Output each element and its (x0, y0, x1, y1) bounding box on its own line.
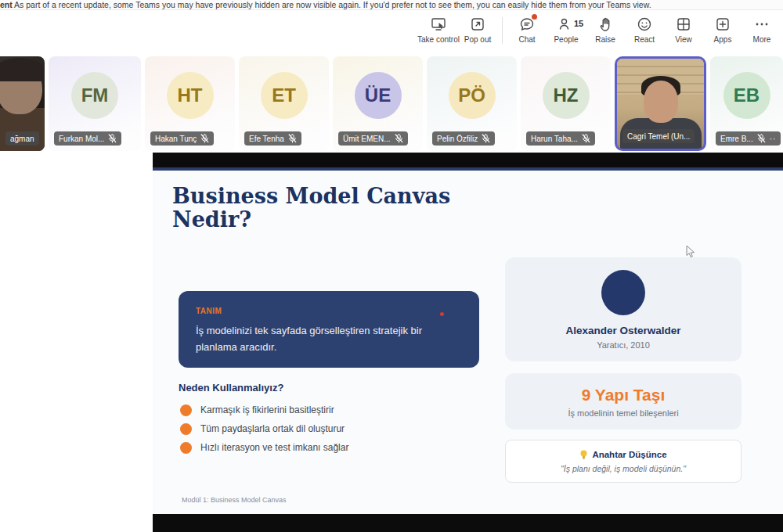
toolbar-label: People (554, 35, 578, 44)
mic-off-icon (200, 134, 209, 143)
participant-tile[interactable]: HZ Harun Taha... (521, 56, 611, 151)
participant-avatar: HZ (543, 72, 590, 119)
toolbar-label: Chat (518, 35, 535, 44)
definition-label: TANIM (196, 307, 462, 315)
more-button[interactable]: More (742, 16, 781, 44)
creator-subtitle: Yaratıcı, 2010 (597, 340, 650, 350)
mic-off-icon (108, 134, 117, 143)
definition-box: TANIM İş modelinizi tek sayfada görselle… (179, 291, 479, 368)
participant-name-pill: Ümit EMEN... (338, 131, 408, 146)
people-icon: 15 (557, 16, 575, 33)
view-icon (675, 16, 692, 33)
definition-text: İş modelinizi tek sayfada görselleştiren… (196, 322, 462, 356)
key-idea-label: Anahtar Düşünce (592, 450, 666, 459)
more-icon (753, 16, 770, 33)
participant-avatar: PÖ (449, 72, 496, 119)
apps-button[interactable]: Apps (703, 16, 742, 44)
creator-name: Alexander Osterwalder (565, 325, 680, 336)
teams-meeting-window: ent As part of a recent update, some Tea… (0, 0, 783, 532)
participant-avatar: EB (723, 72, 770, 119)
chat-notification-dot (532, 14, 537, 20)
building-blocks-title: 9 Yapı Taşı (582, 386, 666, 404)
why-bullet-list: Karmaşık iş fikirlerini basitleştirir Tü… (180, 401, 348, 457)
creator-avatar (601, 270, 645, 315)
toolbar-label: Pop out (464, 35, 491, 44)
presentation-slide: Business Model Canvas Nedir? TANIM İş mo… (153, 174, 783, 514)
bullet-text: Tüm paydaşlarla ortak dil oluşturur (200, 423, 345, 434)
participant-avatar: ÜE (355, 72, 402, 119)
participant-avatar: ET (261, 72, 308, 119)
participant-name-pill: Pelin Özfiliz (432, 131, 495, 146)
participant-name: Cagri Temel (Un... (627, 132, 690, 141)
chat-icon (518, 16, 536, 33)
toolbar-label: View (675, 35, 692, 44)
participant-name-pill: Hakan Tunç (150, 131, 214, 146)
participant-tile[interactable]: ÜE Ümit EMEN... (333, 56, 423, 151)
banner-message: As part of a recent update, some Teams y… (13, 0, 651, 9)
key-idea-title: Anahtar Düşünce (579, 450, 666, 460)
participant-video (644, 81, 678, 123)
laser-pointer-dot (440, 312, 444, 316)
shared-screen-bottom-bar (153, 514, 783, 532)
shared-screen-region[interactable]: Business Model Canvas Nedir? TANIM İş mo… (153, 153, 783, 532)
why-bullet-row: Karmaşık iş fikirlerini basitleştirir (180, 401, 348, 419)
participant-name-pill: Furkan Mol... (54, 131, 121, 146)
participant-tile[interactable]: PÖ Pelin Özfiliz (427, 56, 517, 151)
why-bullet-row: Tüm paydaşlarla ortak dil oluşturur (180, 419, 348, 438)
toolbar-label: Raise (595, 35, 615, 44)
key-idea-card: Anahtar Düşünce "İş planı değil, iş mode… (505, 440, 742, 483)
participant-tile[interactable]: EB Emre B... ·· (710, 56, 783, 151)
people-button[interactable]: 15 People (547, 16, 586, 44)
participant-name: Emre B... (720, 135, 753, 143)
participant-name-pill: Efe Tenha (244, 131, 301, 146)
bullet-dot (180, 404, 192, 416)
toolbar-label: React (634, 35, 655, 44)
participant-tile[interactable]: ağman (0, 56, 45, 151)
participant-tile[interactable]: Cagri Temel (Un... (615, 56, 706, 151)
chat-button[interactable]: Chat (507, 16, 547, 44)
participant-tile[interactable]: ET Efe Tenha (239, 56, 329, 151)
participant-name: Harun Taha... (531, 135, 578, 143)
take-control-button[interactable]: Take control (419, 16, 458, 44)
participant-name: Ümit EMEN... (343, 135, 391, 143)
people-count: 15 (574, 19, 583, 28)
meeting-toolbar: Take control Pop out Chat15 People Raise… (419, 16, 781, 55)
react-icon (636, 16, 653, 33)
toolbar-label: Apps (714, 35, 732, 44)
react-button[interactable]: React (625, 16, 664, 44)
raise-hand-icon (597, 16, 614, 33)
bullet-dot (180, 442, 192, 454)
participant-name-pill: Cagri Temel (Un... (622, 129, 695, 143)
participant-name-pill: Emre B... ·· (716, 131, 781, 146)
participant-avatar: HT (167, 72, 214, 119)
bullet-dot (180, 423, 192, 435)
mic-off-icon (288, 134, 297, 143)
notification-banner: ent As part of a recent update, some Tea… (0, 0, 783, 10)
why-heading: Neden Kullanmalıyız? (179, 382, 283, 394)
participant-tile[interactable]: HT Hakan Tunç (145, 56, 235, 151)
slide-title: Business Model Canvas Nedir? (172, 185, 501, 232)
creator-card: Alexander Osterwalder Yaratıcı, 2010 (505, 257, 742, 361)
toolbar-label: Take control (417, 35, 460, 44)
view-button[interactable]: View (664, 16, 703, 44)
building-blocks-subtitle: İş modelinin temel bileşenleri (568, 408, 678, 418)
participant-tile[interactable]: FM Furkan Mol... (49, 56, 141, 151)
bullet-text: Karmaşık iş fikirlerini basitleştirir (200, 404, 334, 415)
lightbulb-icon (579, 450, 588, 460)
more-indicator: ·· (770, 135, 777, 143)
participant-name: Efe Tenha (249, 135, 284, 143)
raise-button[interactable]: Raise (586, 16, 625, 44)
apps-icon (714, 16, 731, 33)
mic-off-icon (757, 134, 766, 143)
participant-video (0, 58, 44, 81)
slide-footer: Modül 1: Business Model Canvas (182, 496, 287, 504)
slide-title-line1: Business Model Canvas (172, 184, 450, 208)
shared-screen-top-bar (153, 153, 783, 171)
pop-out-button[interactable]: Pop out (458, 16, 497, 44)
mic-off-icon (582, 134, 590, 143)
participant-name-pill: Harun Taha... (526, 131, 595, 146)
pop-out-icon (469, 16, 486, 33)
toolbar-label: More (753, 35, 771, 44)
why-bullet-row: Hızlı iterasyon ve test imkanı sağlar (180, 438, 348, 457)
banner-prefix: ent (0, 0, 13, 9)
